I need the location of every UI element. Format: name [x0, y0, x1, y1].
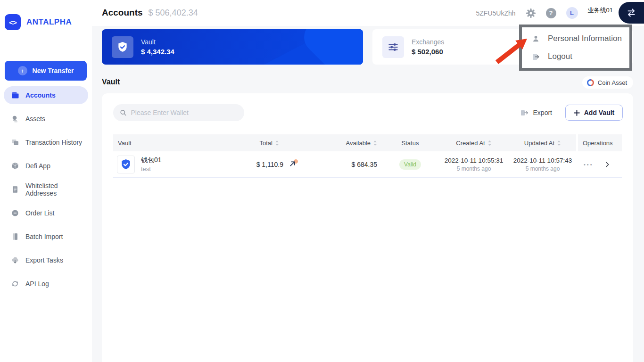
cloud-download-icon [11, 256, 19, 264]
sidebar-item-label: Export Tasks [25, 256, 63, 264]
operations-cell: ••• [576, 151, 622, 177]
add-vault-button[interactable]: Add Vault [565, 105, 623, 121]
plus-icon [574, 110, 580, 116]
sort-icon [557, 140, 561, 146]
more-actions-button[interactable]: ••• [584, 162, 594, 167]
settings-button[interactable] [526, 8, 536, 18]
sidebar-item-export-tasks[interactable]: Export Tasks [4, 251, 88, 269]
status-cell: Valid [382, 159, 438, 170]
sidebar-item-label: Order List [25, 209, 54, 217]
wallet-search [113, 104, 244, 121]
order-circle-icon [11, 209, 19, 217]
personal-information-item[interactable]: Personal Information [522, 30, 629, 48]
sidebar-item-batch-import[interactable]: Batch Import [4, 228, 88, 246]
sidebar-item-label: Defi App [25, 162, 50, 170]
open-detail-arrow-icon[interactable] [289, 160, 297, 168]
table-header-row: Vault Total Available Status Created At … [113, 134, 622, 151]
sidebar-item-api-log[interactable]: API Log [4, 275, 88, 293]
vault-shield-icon [112, 36, 133, 58]
col-header-updated-at[interactable]: Updated At [509, 140, 576, 147]
exchanges-card-amount: $ 502,060 [412, 48, 444, 56]
coin-asset-toggle[interactable]: Coin Asset [582, 76, 633, 89]
brand[interactable]: <> ANTALPHA [0, 0, 92, 30]
export-icon [520, 109, 529, 116]
col-header-operations: Operations [576, 134, 622, 151]
vault-table-card: Export Add Vault Vault Total Available S… [102, 93, 633, 362]
col-header-created-at[interactable]: Created At [438, 140, 509, 147]
sliders-icon [382, 36, 404, 58]
sidebar-item-order-list[interactable]: Order List [4, 204, 88, 222]
sidebar-item-label: API Log [25, 280, 49, 288]
sidebar-item-label: Transaction History [25, 139, 82, 146]
status-badge: Valid [399, 159, 421, 170]
document-icon [11, 186, 19, 193]
sidebar-item-assets[interactable]: Assets [4, 110, 88, 128]
workspace-switch-button[interactable] [619, 2, 644, 24]
vault-section-title: Vault [102, 78, 120, 86]
brand-logo-icon: <> [5, 14, 21, 30]
topbar: Accounts $ 506,402.34 5ZFU5UkZhh ? L 业务线… [92, 0, 644, 26]
brand-name: ANTALPHA [26, 17, 72, 27]
sidebar-item-transaction-history[interactable]: Transaction History [4, 133, 88, 151]
personal-information-label: Personal Information [548, 34, 622, 43]
logout-item[interactable]: Logout [522, 48, 629, 66]
wallet-icon [11, 91, 19, 99]
accounts-total: $ 506,402.34 [149, 8, 198, 18]
expand-row-button[interactable] [604, 161, 611, 168]
coin-asset-icon [587, 79, 594, 86]
swap-arrows-icon [625, 7, 637, 19]
sort-icon [275, 140, 279, 146]
new-transfer-button[interactable]: + New Transfer [5, 61, 87, 81]
total-value: $ 1,110.9 [256, 161, 283, 168]
chevron-right-icon [604, 161, 611, 168]
avatar[interactable]: L [566, 7, 578, 19]
table-row: 钱包01 test $ 1,110.9 $ 684.35 Valid 2022-… [113, 151, 622, 178]
sidebar-item-label: Assets [25, 115, 45, 123]
page-title: Accounts [102, 8, 143, 18]
sort-icon [373, 140, 377, 146]
updated-at-cell: 2022-10-11 10:57:43 5 months ago [509, 157, 576, 172]
export-button[interactable]: Export [520, 109, 552, 116]
available-cell: $ 684.35 [306, 161, 382, 168]
vault-name-cell: 钱包01 test [113, 156, 231, 173]
history-icon [11, 139, 19, 146]
vault-card-amount: $ 4,342.34 [141, 48, 174, 56]
topbar-right: 5ZFU5UkZhh ? L 业务线01 [476, 0, 613, 26]
gear-icon [526, 8, 536, 18]
plus-icon: + [18, 66, 27, 75]
col-header-vault: Vault [113, 140, 231, 147]
logout-icon [532, 53, 540, 61]
sidebar-item-whitelisted-addresses[interactable]: Whitelisted Addresses [4, 181, 88, 198]
sidebar-item-label: Accounts [25, 91, 56, 99]
col-header-total[interactable]: Total [231, 140, 306, 147]
search-icon [120, 109, 127, 116]
sidebar-item-label: Batch Import [25, 233, 63, 240]
sort-icon [487, 140, 492, 146]
col-header-available[interactable]: Available [306, 140, 382, 147]
wallet-name: 钱包01 [141, 156, 162, 165]
cube-icon [11, 162, 19, 170]
sync-icon [11, 280, 19, 288]
coin-icon [11, 115, 19, 123]
table-toolbar: Export Add Vault [113, 104, 623, 121]
wallet-subname: test [141, 165, 162, 173]
search-input[interactable] [131, 109, 238, 116]
sidebar-item-defi-app[interactable]: Defi App [4, 157, 88, 175]
total-cell: $ 1,110.9 [231, 160, 306, 168]
vault-card-label: Vault [141, 38, 174, 46]
account-id: 5ZFU5UkZhh [476, 9, 516, 17]
sidebar-item-label: Whitelisted Addresses [25, 182, 88, 197]
help-button[interactable]: ? [546, 8, 556, 18]
business-line-label: 业务线01 [588, 6, 613, 15]
sidebar-item-accounts[interactable]: Accounts [4, 86, 88, 104]
sidebar-nav: Accounts Assets Transaction History Defi… [4, 86, 88, 298]
created-at-cell: 2022-10-11 10:55:31 5 months ago [438, 157, 509, 172]
import-page-icon [11, 233, 19, 240]
page-title-group: Accounts $ 506,402.34 [102, 8, 198, 18]
logout-label: Logout [548, 52, 572, 61]
vault-table: Vault Total Available Status Created At … [113, 134, 622, 178]
export-label: Export [533, 109, 552, 116]
add-vault-label: Add Vault [584, 109, 615, 116]
vault-summary-card[interactable]: Vault $ 4,342.34 [102, 29, 363, 65]
exchanges-card-label: Exchanges [412, 38, 444, 46]
